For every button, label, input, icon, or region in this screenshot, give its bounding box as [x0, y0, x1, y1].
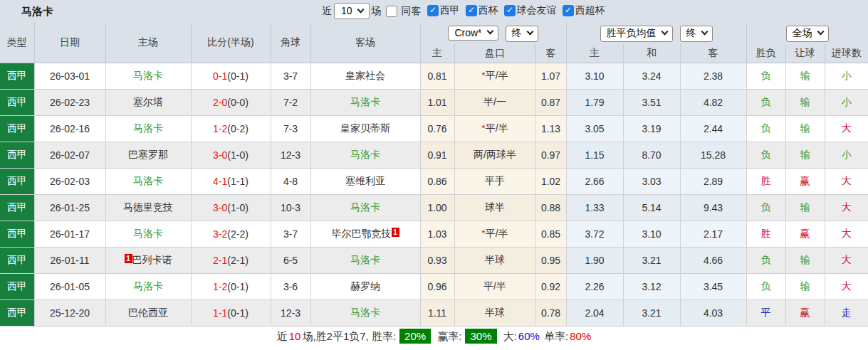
team-name[interactable]: 马洛卡 — [350, 307, 380, 318]
match-date-cell: 26-01-17 — [34, 221, 105, 247]
league-filter-item: 西甲 — [427, 4, 460, 17]
away-team-cell: 赫罗纳 — [310, 273, 420, 299]
league-checkbox[interactable] — [427, 5, 439, 16]
team-name[interactable]: 马德里竞技 — [123, 201, 173, 213]
team-name[interactable]: 马洛卡 — [133, 228, 163, 239]
team-name[interactable]: 赫罗纳 — [350, 280, 380, 292]
col-header-type: 类型 — [0, 23, 34, 63]
avg-odds-select[interactable]: 胜平负均值 — [600, 26, 673, 42]
handicap-away-odds-cell: 0.85 — [535, 221, 566, 247]
home-team-cell: 1巴列卡诺 — [105, 247, 191, 273]
avg-state-select[interactable]: 终 — [680, 26, 713, 42]
bookmaker-select[interactable]: Crow* — [448, 26, 498, 41]
team-name[interactable]: 巴列卡诺 — [132, 254, 172, 265]
handicap-away-odds-cell: 0.87 — [535, 89, 566, 115]
table-row: 西甲26-03-01马洛卡0-1(0-1)3-7皇家社会0.81*平/半1.07… — [0, 63, 868, 89]
handicap-line-cell: 两/两球半 — [454, 142, 535, 168]
full-time-score: 4-1 — [213, 176, 227, 187]
avg-home-odds-cell: 1.90 — [566, 247, 623, 273]
corner-cell: 7-3 — [271, 115, 310, 142]
team-name[interactable]: 马洛卡 — [133, 175, 163, 186]
corner-cell: 3-6 — [271, 273, 310, 299]
avg-home-odds-cell: 1.79 — [566, 89, 623, 115]
handicap-result-cell: 输 — [785, 247, 825, 273]
table-row: 西甲26-02-23塞尔塔2-0(0-0)7-2马洛卡1.01半/一0.871.… — [0, 89, 868, 115]
avg-draw-odds-cell: 3.21 — [623, 299, 680, 326]
result-cell: 负 — [746, 89, 785, 115]
league-checkbox-label: 球会友谊 — [517, 4, 557, 17]
league-checkbox-label: 西超杯 — [575, 4, 605, 17]
handicap-line-cell: 平/半 — [454, 273, 535, 299]
team-name[interactable]: 马洛卡 — [350, 96, 380, 107]
team-name[interactable]: 马洛卡 — [133, 122, 163, 134]
avg-draw-odds-cell: 8.70 — [623, 142, 680, 168]
col-header-avg-home: 主 — [566, 44, 623, 63]
league-filter-item: 西超杯 — [563, 4, 605, 17]
table-row: 西甲26-01-25马德里竞技3-0(1-0)10-3马洛卡1.00球半0.88… — [0, 194, 868, 221]
handicap-line-cell: *平/半 — [454, 221, 535, 247]
col-header-handicap: 盘口 — [454, 44, 535, 63]
col-header-handicap-result: 让球 — [785, 44, 825, 63]
team-name[interactable]: 毕尔巴鄂竞技 — [332, 228, 392, 239]
handicap-line-cell: 半球 — [454, 247, 535, 273]
summary-segment: 单率: — [541, 330, 568, 342]
team-name[interactable]: 马洛卡 — [133, 70, 163, 81]
match-count-value: 10 — [341, 5, 352, 16]
match-date-cell: 26-02-03 — [34, 168, 105, 194]
score-cell: 1-2(0-1) — [191, 273, 271, 299]
score-cell: 1-1(0-1) — [191, 299, 271, 326]
league-checkbox[interactable] — [466, 5, 477, 16]
full-time-score: 2-1 — [213, 255, 227, 266]
full-time-score: 3-2 — [213, 228, 227, 240]
half-time-score: (2-2) — [227, 228, 249, 240]
col-header-avg-draw: 和 — [623, 44, 680, 63]
handicap-home-odds-cell: 1.11 — [420, 299, 454, 326]
team-name[interactable]: 马洛卡 — [350, 201, 380, 213]
recent-label: 近 — [322, 5, 332, 18]
team-name[interactable]: 巴塞罗那 — [128, 149, 168, 160]
league-checkbox[interactable] — [504, 5, 516, 16]
table-row: 西甲26-02-03马洛卡4-1(1-1)4-8塞维利亚0.86平手1.022.… — [0, 168, 868, 194]
col-header-home: 主场 — [105, 23, 191, 63]
goals-result-cell: 大 — [825, 115, 868, 142]
score-cell: 0-1(0-1) — [191, 63, 271, 89]
team-name[interactable]: 马洛卡 — [133, 280, 163, 292]
avg-away-odds-cell: 2.17 — [680, 221, 746, 247]
team-name[interactable]: 塞尔塔 — [133, 96, 163, 107]
score-cell: 3-0(1-0) — [191, 194, 271, 221]
team-name[interactable]: 皇家贝蒂斯 — [340, 122, 390, 134]
col-header-goals: 进球数 — [825, 44, 868, 63]
handicap-result-cell: 输 — [785, 63, 825, 89]
scope-select[interactable]: 全场 — [786, 26, 829, 42]
chevron-down-icon — [661, 28, 668, 36]
handicap-result-cell: 输 — [785, 194, 825, 221]
avg-away-odds-cell: 4.82 — [680, 89, 746, 115]
avg-draw-odds-cell: 5.14 — [623, 194, 680, 221]
team-name[interactable]: 马洛卡 — [350, 254, 380, 265]
corner-cell: 3-7 — [271, 221, 310, 247]
handicap-home-odds-cell: 1.03 — [420, 221, 454, 247]
handicap-selector-cell: Crow* 终 — [420, 23, 566, 44]
handicap-line-cell: *平/半 — [454, 115, 535, 142]
table-row: 西甲25-12-20巴伦西亚1-1(0-1)12-3马洛卡1.11半球0.782… — [0, 299, 868, 326]
team-name[interactable]: 巴伦西亚 — [128, 307, 168, 318]
same-away-checkbox[interactable] — [386, 6, 397, 17]
match-count-select[interactable]: 10 — [334, 3, 370, 19]
team-name[interactable]: 塞维利亚 — [345, 175, 385, 186]
table-row: 西甲26-01-17马洛卡3-2(2-2)3-7毕尔巴鄂竞技11.03*平/半0… — [0, 221, 868, 247]
full-time-score: 1-2 — [213, 281, 227, 292]
corner-cell: 12-3 — [271, 299, 310, 326]
match-date-cell: 26-01-05 — [34, 273, 105, 299]
match-date-cell: 26-02-23 — [34, 89, 105, 115]
league-type-cell: 西甲 — [0, 299, 34, 326]
summary-segment: 近 — [277, 330, 288, 342]
team-name[interactable]: 皇家社会 — [345, 70, 385, 81]
goals-result-cell: 大 — [825, 247, 868, 273]
league-checkbox[interactable] — [563, 5, 574, 16]
handicap-home-odds-cell: 1.00 — [420, 194, 454, 221]
chevron-down-icon — [357, 6, 364, 13]
full-time-score: 1-2 — [213, 123, 227, 134]
red-card-badge: 1 — [125, 254, 132, 263]
team-name[interactable]: 马洛卡 — [350, 149, 380, 160]
bookmaker-state-select[interactable]: 终 — [506, 26, 538, 42]
